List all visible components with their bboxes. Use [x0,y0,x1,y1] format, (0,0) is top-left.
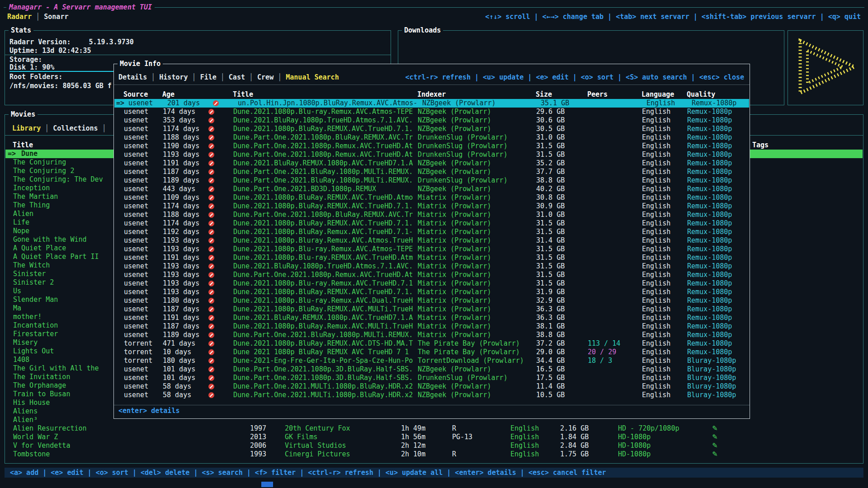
movie-studio: GK Films [285,433,317,441]
search-result-row[interactable]: usenet1190 daysDune.Part.One.2021.1080p.… [114,142,749,150]
movie-title: The Thing [13,201,114,210]
result-age: 1109 days [163,193,199,202]
result-title: Dune.Part.One.2021.BluRay.1080p.MULTi.RE… [233,176,417,185]
result-source: usenet [124,314,148,322]
search-result-row[interactable]: usenet1193 daysDune.2021.1080p.Blu-ray.R… [114,245,749,253]
search-result-row[interactable]: usenet58 daysDune.Part.One.2021.MULTi.10… [114,382,749,391]
result-title: Dune.2021.1080p.Blu-ray.Remux.AVC.TrueHD… [233,279,417,288]
rejection-no-entry-icon [208,324,214,329]
result-indexer: NZBgeek (Prowlarr) [418,159,535,168]
search-result-row[interactable]: usenet174 daysDune.2021.1080p.Blu-ray.Re… [114,108,749,116]
search-result-row[interactable]: usenet101 daysDune.Part.One.2021.1080p.3… [114,374,749,382]
result-language: English [642,228,670,236]
movie-title: The Martian [13,192,114,201]
search-result-row[interactable]: usenet1187 daysDune.2021.1080p.BluRay.Re… [114,322,749,331]
edit-pencil-icon: ✎ [712,424,718,433]
movie-row[interactable]: Alien Resurrection199720th Century Fox1h… [5,424,863,433]
result-indexer: Miatrix (Prowlarr) [418,193,535,202]
search-result-row[interactable]: usenet1174 daysDune.2021.1080p.BluRay.RE… [114,219,749,228]
result-size: 31.5 GB [536,219,565,228]
result-source: usenet [124,228,148,236]
result-source: usenet [124,211,148,219]
movie-title: The Conjuring [13,158,114,167]
result-quality: Remux-1080p [687,202,732,211]
search-result-row[interactable]: usenet1174 daysDune.2021.1080p.BluRay.RE… [114,202,749,211]
tab-radarr[interactable]: Radarr [7,13,32,21]
result-size: 31.9 GB [536,288,565,296]
search-result-row[interactable]: usenet1188 daysDune.Part.One.2021.1080p.… [114,133,749,142]
result-quality: Remux-1080p [687,108,732,116]
movie-title: Incantation [13,321,114,330]
search-result-row[interactable]: usenet1193 daysDune.Part.One.2021.1080p.… [114,150,749,159]
result-quality: Remux-1080p [687,331,732,339]
search-result-row[interactable]: usenet1192 daysDune.2021.1080p.BluRay.Re… [114,228,749,236]
result-peers: 20 / 29 [588,348,616,357]
search-result-row[interactable]: =>usenet201 daysun.Pol.Hin.Jpn.1080p.Blu… [114,99,749,108]
play-triangle-logo [792,36,860,99]
movie-runtime: 2h 10m [401,450,425,459]
result-quality: Remux-1080p [687,228,732,236]
result-quality: Remux-1080p [687,133,732,142]
movie-info-modal: Movie Info Details │ History │ File │ Ca… [113,64,750,419]
result-source: usenet [124,133,148,142]
search-result-row[interactable]: usenet1193 daysDune.2021.BluRay.1080p.Tr… [114,262,749,271]
movie-title: A Quiet Place [13,244,114,253]
result-size: 31.5 GB [536,279,565,288]
result-age: 1192 days [163,228,199,236]
movie-title: Slender Man [13,296,114,304]
search-result-row[interactable]: torrent180 daysDune-2021-Eng-Fre-Ger-Ita… [114,357,749,365]
result-language: English [642,116,670,125]
terminal-screen: Managarr - A Servarr management TUI Rada… [0,0,868,488]
result-indexer: NZBgeek (Prowlarr) [418,391,535,399]
result-source: torrent [124,339,152,348]
result-title: Dune.2021.1080p.BluRay.REMUX.AVC.TrueHD.… [233,288,417,296]
movie-row[interactable]: World War Z2013GK Films1h 56mPG-13Englis… [5,433,863,441]
result-title: Dune.Part.One.2021.1080p.Remux.AVC.TrueH… [233,271,417,279]
search-result-row[interactable]: torrent471 daysDune.2021.1080p.BluRay.RE… [114,339,749,348]
search-result-row[interactable]: usenet58 daysDune.Part.One.2021.MULTi.10… [114,391,749,399]
search-result-row[interactable]: usenet1189 daysDune.Part.One.2021.BluRay… [114,331,749,339]
result-language: English [642,193,670,202]
search-result-row[interactable]: usenet1193 daysDune.2021.1080p.Blu-ray.R… [114,279,749,288]
movie-row[interactable]: V for Vendetta2006Virtual Studios2h 12mE… [5,441,863,450]
search-result-row[interactable]: usenet1180 daysDune.2021.1080p.Blu-ray.R… [114,296,749,305]
tab-sonarr[interactable]: Sonarr [44,13,68,21]
result-indexer: NZBgeek (Prowlarr) [418,116,535,125]
movie-row[interactable]: Tombstone1993Cinergi Pictures2h 10mREngl… [5,450,863,459]
result-quality: Remux-1080p [687,279,732,288]
search-result-row[interactable]: usenet353 daysDune.2021.BluRay.1080p.Tru… [114,116,749,125]
search-result-row[interactable]: usenet443 daysDune.Part.One.2021.BD3D.10… [114,185,749,193]
result-indexer: DrunkenSlug (Prowlarr) [418,176,535,185]
result-title: Dune.2021.BluRay.1080p.TrueHD.Atmos.7.1.… [233,262,417,271]
footer-keybind-bar: <a> add | <e> edit | <o> sort | <del> de… [5,468,863,478]
search-result-row[interactable]: usenet101 daysDune.Part.One.2021.1080p.3… [114,365,749,374]
search-result-row[interactable]: usenet1193 daysDune.2021.1080p.Bluray.Re… [114,236,749,245]
search-result-row[interactable]: usenet1187 daysDune.2021.1080p.BluRay.RE… [114,305,749,314]
result-source: usenet [124,365,148,374]
search-result-row[interactable]: torrent10 daysDune 2021 1080p BluRay REM… [114,348,749,357]
movie-language: English [510,424,539,433]
servarr-tabs: Radarr │ Sonarr [7,12,68,21]
rejection-no-entry-icon [208,152,214,158]
search-result-row[interactable]: usenet1189 daysDune.Part.One.2021.BluRay… [114,176,749,185]
search-result-row[interactable]: usenet1109 daysDune.2021.1080p.BluRay.RE… [114,193,749,202]
downloads-panel-title: Downloads [402,26,443,35]
search-result-row[interactable]: usenet1193 daysDune.2021.1080p.BluRay.RE… [114,288,749,296]
search-result-row[interactable]: usenet1193 daysDune.Part.One.2021.1080p.… [114,271,749,279]
result-quality: Bluray-1080p [687,391,736,399]
result-indexer: Miatrix (Prowlarr) [418,228,535,236]
result-language: English [642,108,670,116]
search-result-row[interactable]: usenet1187 daysDune.Part.One.2021.BluRay… [114,168,749,176]
result-size: 16.5 GB [536,365,565,374]
edit-pencil-icon: ✎ [712,433,718,441]
search-result-row[interactable]: usenet1191 daysDune.2021.BluRay.REMUX.10… [114,314,749,322]
result-title: Dune.Part.One.2021.MULTi.1080p.BluRay.HD… [233,382,417,391]
result-size: 17.5 GB [536,374,565,382]
modal-footer-hint: <enter> details [118,407,179,415]
result-age: 1193 days [163,262,199,271]
search-result-row[interactable]: usenet1188 daysDune.Part.One.2021.1080p.… [114,211,749,219]
search-result-row[interactable]: usenet1191 daysDune.2021.1080p.Blu-ray.R… [114,253,749,262]
search-result-row[interactable]: usenet1191 daysDune.2021.BluRay.REMUX.10… [114,159,749,168]
result-indexer: Miatrix (Prowlarr) [418,271,535,279]
search-result-row[interactable]: usenet1174 daysDune.2021.1080p.BluRay.RE… [114,125,749,133]
